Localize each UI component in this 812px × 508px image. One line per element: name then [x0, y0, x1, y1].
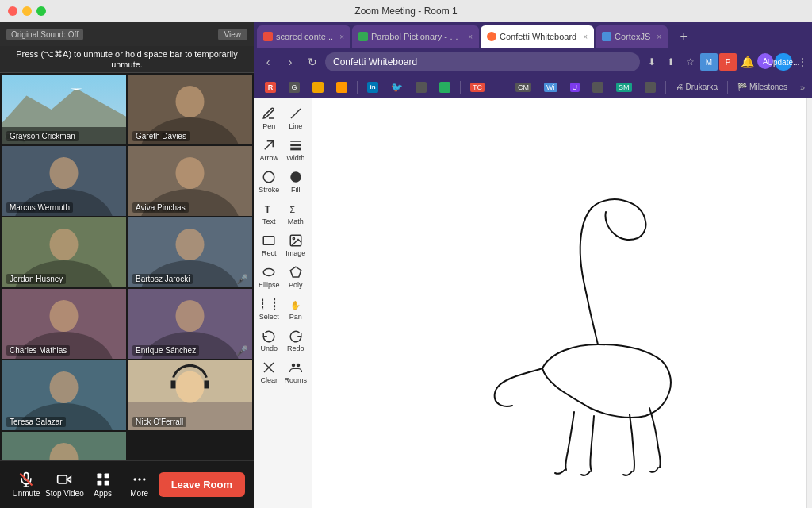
back-button[interactable]: ‹	[259, 52, 278, 71]
bookmark-b6[interactable]	[640, 80, 661, 94]
more-label: More	[130, 489, 148, 498]
svg-rect-7	[97, 474, 102, 479]
mic-off-icon	[18, 471, 34, 487]
bookmark-plus[interactable]: +	[492, 80, 508, 94]
bookmark-b2[interactable]	[331, 80, 352, 94]
browser-tab-3[interactable]: Confetti Whiteboard ×	[481, 25, 594, 48]
tool-text[interactable]: T Text	[257, 198, 282, 229]
browser-tab-1[interactable]: scored conte... ×	[257, 25, 350, 48]
tool-line[interactable]: Line	[283, 103, 309, 133]
bookmark-drukarka[interactable]: 🖨 Drukarka	[671, 81, 723, 93]
tab4-title: CortexJS	[615, 32, 650, 41]
svg-text:T: T	[265, 204, 271, 215]
tool-rooms[interactable]: Rooms	[283, 357, 309, 387]
bookmark-tc[interactable]: TC	[465, 81, 489, 94]
bookmark-b3[interactable]	[411, 80, 431, 94]
bookmark-b5[interactable]	[588, 80, 608, 94]
bookmark-u-icon: U	[570, 83, 580, 92]
bookmark-milestones-icon: 🏁	[737, 83, 747, 91]
refresh-button[interactable]: ↻	[303, 52, 322, 71]
undo-icon	[262, 329, 276, 343]
tool-poly[interactable]: Poly	[283, 262, 309, 292]
rooms-label: Rooms	[285, 376, 308, 384]
pan-label: Pan	[289, 313, 302, 321]
close-button[interactable]	[8, 6, 17, 16]
tool-image[interactable]: Image	[283, 230, 309, 260]
tab4-close[interactable]: ×	[657, 33, 661, 41]
apps-label: Apps	[94, 489, 112, 498]
menu-button[interactable]: ⋮	[794, 53, 811, 71]
tab2-close[interactable]: ×	[468, 33, 473, 41]
bookmark-wi[interactable]: Wi	[539, 81, 562, 94]
svg-point-25	[293, 237, 294, 239]
redo-icon	[289, 329, 303, 343]
bookmark-milestones[interactable]: 🏁 Milestones	[733, 81, 792, 93]
browser-tab-2[interactable]: Parabol Pictionary - Google S... ×	[352, 25, 479, 48]
bookmark-sep3	[665, 81, 666, 94]
bookmark-b4-icon	[439, 82, 450, 93]
maximize-button[interactable]	[36, 6, 46, 16]
apps-control[interactable]: Apps	[86, 471, 121, 498]
svg-point-33	[297, 364, 301, 368]
tool-stroke[interactable]: Stroke	[257, 167, 282, 197]
stop-video-control[interactable]: Stop Video	[45, 471, 84, 498]
rect-label: Rect	[262, 249, 277, 257]
bookmark-icon[interactable]: ☆	[681, 53, 699, 71]
bookmark-u[interactable]: U	[565, 81, 585, 94]
leave-room-button[interactable]: Leave Room	[159, 472, 245, 497]
bookmark-cm[interactable]: CM	[511, 81, 536, 94]
ellipse-icon	[262, 265, 276, 279]
bookmark-overflow[interactable]: »	[795, 81, 810, 94]
more-control[interactable]: More	[122, 471, 157, 498]
tool-width[interactable]: Width	[283, 135, 309, 165]
bookmark-sm-icon: SM	[616, 83, 632, 92]
bookmark-overflow-icon: »	[800, 83, 805, 92]
extension2-icon[interactable]: P	[719, 53, 737, 71]
tool-undo[interactable]: Undo	[257, 325, 282, 356]
address-bar[interactable]: Confetti Whiteboard	[325, 52, 640, 71]
unmute-control[interactable]: Unmute	[9, 471, 44, 498]
new-tab-button[interactable]: +	[672, 25, 695, 48]
bookmark-r-icon: R	[265, 82, 276, 93]
tool-pan[interactable]: ✋ Pan	[283, 294, 309, 324]
bookmark-tw[interactable]: 🐦	[386, 80, 408, 94]
tab1-close[interactable]: ×	[339, 33, 344, 41]
browser-tab-4[interactable]: CortexJS ×	[596, 25, 668, 48]
forward-button[interactable]: ›	[281, 52, 300, 71]
tab3-close[interactable]: ×	[583, 33, 588, 41]
canvas-area[interactable]	[312, 98, 806, 508]
bookmark-r[interactable]: R	[260, 80, 281, 94]
bookmark-g[interactable]: G	[284, 80, 304, 94]
stroke-icon	[262, 170, 276, 184]
minimize-button[interactable]	[22, 6, 32, 16]
zoom-bottombar: Unmute Stop Video Apps Mo	[0, 460, 254, 508]
arrow-icon	[262, 138, 276, 152]
tool-pen[interactable]: Pen	[257, 103, 282, 133]
bookmark-sm[interactable]: SM	[611, 81, 637, 94]
tool-fill[interactable]: Fill	[283, 167, 309, 197]
tool-rect[interactable]: Rect	[257, 230, 282, 260]
participant-cell-charles: Charles Mathias	[2, 289, 126, 359]
bookmark-b1[interactable]	[308, 80, 328, 94]
tool-math[interactable]: Σ Math	[283, 198, 309, 229]
window-title: Zoom Meeting - Room 1	[354, 6, 457, 17]
vertical-scrollbar[interactable]	[806, 98, 812, 508]
pen-label: Pen	[262, 122, 275, 130]
bookmark-b4[interactable]	[435, 80, 455, 94]
view-button[interactable]: View	[218, 29, 248, 40]
tool-arrow[interactable]: Arrow	[257, 135, 282, 165]
share-icon[interactable]: ⬆	[662, 53, 680, 71]
tool-ellipse[interactable]: Ellipse	[257, 262, 282, 292]
participant-cell-jordan: Jordan Husney	[2, 217, 126, 287]
poly-label: Poly	[289, 281, 303, 289]
tool-clear[interactable]: Clear	[257, 357, 282, 387]
tool-redo[interactable]: Redo	[283, 325, 309, 356]
extension-icon[interactable]: M	[700, 53, 718, 71]
extension3-icon[interactable]: 🔔	[738, 53, 756, 71]
bookmark-li[interactable]: in	[362, 80, 383, 94]
tool-select[interactable]: Select	[257, 294, 282, 324]
update-button[interactable]: Update...	[775, 53, 792, 71]
clear-label: Clear	[261, 376, 278, 384]
download-icon[interactable]: ⬇	[643, 53, 661, 71]
tab3-title: Confetti Whiteboard	[500, 32, 576, 41]
